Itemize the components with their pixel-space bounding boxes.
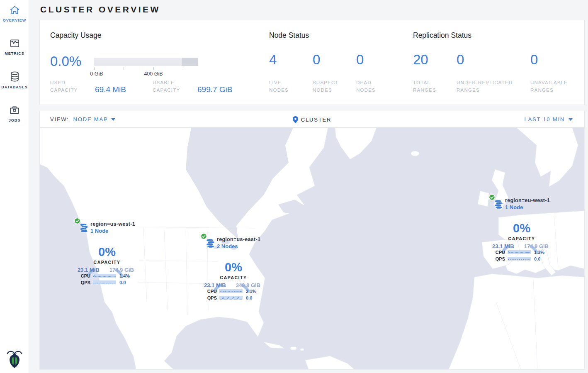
gauge-percent: 0%: [202, 261, 265, 274]
capacity-axis-tick: [94, 67, 95, 70]
database-icon: [0, 71, 29, 83]
summary-panel: Capacity Usage 0.0% 0 GiB 400 GiB USED C…: [39, 20, 585, 105]
region-used-capacity: 23.1 MiB: [492, 243, 514, 249]
briefcase-icon: [0, 105, 29, 116]
qps-sparkline: [219, 296, 243, 300]
qps-value: 0.0: [246, 295, 252, 300]
cockroachdb-logo: [5, 350, 24, 369]
home-icon: [0, 5, 29, 16]
qps-value: 0.0: [534, 256, 540, 261]
capacity-bar-reserved-segment: [182, 58, 198, 66]
gauge-capacity-label: CAPACITY: [491, 236, 553, 241]
page-title: CLUSTER OVERVIEW: [40, 5, 160, 15]
world-map: region=us-west-1 1 Node 0% CAPACITY 23.1…: [40, 128, 584, 369]
cpu-value: 1.3%: [534, 250, 544, 255]
time-range-value: LAST 10 MIN: [524, 116, 565, 122]
used-capacity-label: USED CAPACITY: [50, 79, 84, 94]
node-map-panel: VIEW: NODE MAP CLUSTER LAST 10 MIN: [39, 111, 585, 370]
unavailable-ranges-value: 0: [530, 52, 538, 68]
live-nodes-value: 4: [269, 52, 277, 68]
under-replicated-ranges-value: 0: [457, 52, 464, 68]
replication-status-title: Replication Status: [413, 31, 471, 40]
cpu-value: 2.1%: [246, 289, 256, 294]
region-name[interactable]: region=eu-west-1: [505, 197, 550, 203]
gauge-percent: 0%: [76, 245, 138, 259]
qps-label: QPS: [79, 280, 90, 285]
region-used-capacity: 23.1 MiB: [78, 267, 100, 273]
capacity-usage-title: Capacity Usage: [50, 31, 102, 40]
usable-capacity-label: USABLE CAPACITY: [153, 79, 190, 94]
region-name[interactable]: region=us-east-1: [217, 236, 260, 242]
usable-capacity-value: 699.7 GiB: [197, 85, 233, 94]
capacity-axis-tick: [183, 67, 183, 70]
region-used-capacity: 23.1 MiB: [204, 282, 226, 288]
map-toolbar: VIEW: NODE MAP CLUSTER LAST 10 MIN: [40, 111, 584, 128]
cpu-sparkline: [219, 289, 243, 293]
cpu-sparkline: [508, 250, 531, 254]
chevron-down-icon: [569, 118, 573, 121]
total-ranges-value: 20: [413, 52, 428, 68]
suspect-nodes-value: 0: [313, 52, 320, 68]
sidebar-item-label: METRICS: [0, 51, 29, 56]
gauge-percent: 0%: [491, 222, 553, 235]
region-marker-us-east-1[interactable]: region=us-east-1 2 Nodes 0% CAPACITY 23.…: [200, 233, 272, 303]
region-marker-eu-west-1[interactable]: region=eu-west-1 1 Node 0% CAPACITY 23.1…: [488, 194, 560, 264]
breadcrumb: CLUSTER: [40, 116, 584, 124]
time-range-selector[interactable]: LAST 10 MIN: [524, 116, 573, 122]
region-marker-us-west-1[interactable]: region=us-west-1 1 Node 0% CAPACITY 23.1…: [74, 217, 145, 288]
cpu-label: CPU: [205, 289, 217, 294]
sidebar-item-metrics[interactable]: METRICS: [0, 38, 29, 56]
gauge-capacity-label: CAPACITY: [202, 275, 265, 280]
suspect-nodes-label: SUSPECT NODES: [313, 79, 346, 94]
capacity-axis-tick: [124, 67, 124, 70]
cpu-label: CPU: [493, 250, 505, 255]
region-total-capacity: 174.9 GiB: [109, 267, 134, 273]
sidebar: OVERVIEW METRICS DATABASES: [0, 0, 29, 373]
sidebar-item-overview[interactable]: OVERVIEW: [0, 5, 29, 22]
capacity-axis-tick: [153, 67, 154, 70]
region-total-capacity: 174.9 GiB: [524, 243, 549, 249]
breadcrumb-cluster[interactable]: CLUSTER: [301, 117, 331, 123]
qps-value: 0.0: [119, 280, 126, 285]
region-total-capacity: 349.8 GiB: [236, 282, 260, 288]
qps-label: QPS: [205, 295, 217, 300]
cpu-value: 1.4%: [119, 273, 130, 278]
qps-label: QPS: [493, 256, 505, 261]
sidebar-item-databases[interactable]: DATABASES: [0, 71, 29, 89]
qps-sparkline: [93, 280, 116, 284]
capacity-percent: 0.0%: [50, 54, 81, 69]
used-capacity-value: 69.4 MiB: [95, 85, 126, 94]
capacity-tick-label-0: 0 GiB: [90, 71, 103, 77]
sidebar-item-label: JOBS: [0, 118, 29, 122]
unavailable-ranges-label: UNAVAILABLE RANGES: [530, 79, 576, 94]
cpu-label: CPU: [79, 273, 90, 278]
sidebar-item-jobs[interactable]: JOBS: [0, 105, 29, 122]
sidebar-item-label: DATABASES: [0, 85, 29, 89]
qps-sparkline: [508, 257, 531, 261]
under-replicated-ranges-label: UNDER-REPLICATED RANGES: [457, 79, 523, 94]
node-status-title: Node Status: [269, 31, 309, 40]
dead-nodes-value: 0: [356, 52, 364, 68]
capacity-tick-label-400: 400 GiB: [144, 71, 163, 77]
sidebar-item-label: OVERVIEW: [0, 18, 29, 22]
dead-nodes-label: DEAD NODES: [356, 79, 389, 94]
capacity-bar: [94, 58, 198, 66]
region-name[interactable]: region=us-west-1: [90, 221, 135, 227]
map-pin-icon: [293, 116, 298, 123]
total-ranges-label: TOTAL RANGES: [413, 79, 446, 94]
gauge-capacity-label: CAPACITY: [76, 260, 138, 265]
cpu-sparkline: [93, 274, 116, 278]
metrics-chart-icon: [0, 38, 29, 49]
live-nodes-label: LIVE NODES: [269, 79, 302, 94]
